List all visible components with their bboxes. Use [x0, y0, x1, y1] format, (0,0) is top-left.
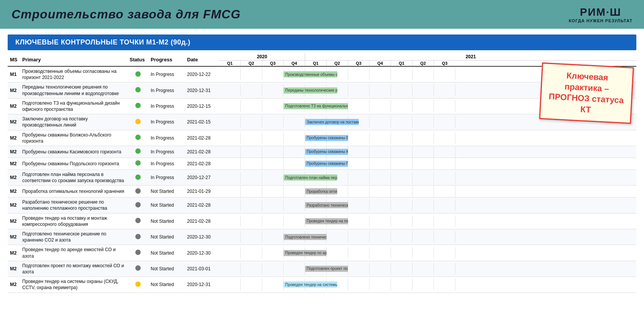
gantt-year-2021: 2021	[305, 53, 636, 60]
cell-ms: M2	[8, 186, 20, 197]
cell-ms: M2	[8, 114, 20, 130]
status-dot	[135, 160, 141, 166]
cell-progress: In Progress	[148, 82, 185, 98]
cell-primary: Подготовлен план найма персонала в соотв…	[20, 169, 127, 185]
gantt-bar: Пробурены скважины Касимовского горизонт…	[305, 149, 348, 155]
section-title: КЛЮЧЕВЫЕ КОНТРОЛЬНЫЕ ТОЧКИ М1-М2 (90д.)	[15, 38, 629, 46]
status-dot	[135, 174, 141, 180]
cell-status	[127, 82, 148, 98]
cell-progress: Not Started	[148, 213, 185, 229]
cell-status	[127, 169, 148, 185]
col-header-ms: MS	[8, 53, 20, 66]
cell-date: 2020-12-27	[185, 169, 219, 185]
cell-ms: M2	[8, 197, 20, 213]
logo-name: РИМ·Ш	[580, 6, 621, 18]
page-wrapper: Строительство завода для FMCG РИМ·Ш КОГД…	[0, 0, 644, 324]
cell-progress: Not Started	[148, 186, 185, 197]
cell-progress: Not Started	[148, 229, 185, 245]
cell-date: 2020-12-31	[185, 277, 219, 293]
gantt-bar: Проведен тендер на поставку и монтаж ком…	[305, 218, 348, 224]
cell-status	[127, 130, 148, 146]
cell-progress: In Progress	[148, 146, 185, 158]
gantt-q3-2020: Q3	[262, 61, 284, 66]
cell-gantt: Пробурены скважины Волжско-Альбского гор…	[219, 130, 636, 146]
cell-date: 2021-02-15	[185, 114, 219, 130]
status-dot	[135, 71, 141, 77]
gantt-bar: Пробурены скважины Подольского горизонта	[305, 161, 348, 167]
cell-status	[127, 245, 148, 261]
col-header-status: Status	[127, 53, 148, 66]
cell-status	[127, 197, 148, 213]
cell-ms: M2	[8, 213, 20, 229]
status-dot	[135, 188, 141, 194]
cell-date: 2021-02-28	[185, 158, 219, 169]
cell-primary: Проработка оптимальных технологий хранен…	[20, 186, 127, 197]
col-header-date: Date	[185, 53, 219, 66]
gantt-q2-2020: Q2	[241, 61, 262, 66]
cell-ms: M2	[8, 82, 20, 98]
cell-primary: Проведен тендер на поставку и монтаж ком…	[20, 213, 127, 229]
cell-date: 2020-12-15	[185, 98, 219, 114]
cell-date: 2021-02-28	[185, 197, 219, 213]
cell-status	[127, 277, 148, 293]
gantt-bar: Проведен тендер по аренде емкостей СО и …	[284, 250, 327, 256]
logo-area: РИМ·Ш КОГДА НУЖЕН РЕЗУЛЬТАТ	[569, 6, 632, 23]
annotation-box: Ключевая практика – ПРОГНОЗ статуса КТ	[539, 62, 634, 124]
gantt-bar: Подготовлено ТЗ на функциональный дизайн…	[284, 103, 348, 109]
cell-gantt: Подготовлен план найма персонала в соотв…	[219, 169, 636, 185]
cell-status	[127, 229, 148, 245]
cell-ms: M2	[8, 130, 20, 146]
gantt-bar: Производственные объемы согласова...	[284, 71, 337, 77]
cell-date: 2020-12-30	[185, 245, 219, 261]
cell-gantt: Проведен тендер на системы охраны (СКУД,…	[219, 277, 636, 293]
cell-date: 2021-02-28	[185, 213, 219, 229]
cell-status	[127, 66, 148, 82]
cell-gantt: Разработано техническое решение по напол…	[219, 197, 636, 213]
status-dot	[135, 135, 141, 140]
cell-progress: In Progress	[148, 114, 185, 130]
cell-status	[127, 114, 148, 130]
cell-ms: M2	[8, 261, 20, 276]
cell-gantt: Проведен тендер на поставку и монтаж ком…	[219, 213, 636, 229]
gantt-bar: Подготовлен план найма персонала в соотв…	[284, 174, 337, 181]
gantt-bar: Подготовлено техническое решение по хран…	[284, 234, 327, 240]
status-dot	[135, 281, 141, 287]
col-header-primary: Primary	[20, 53, 127, 66]
cell-date: 2021-01-29	[185, 186, 219, 197]
gantt-q2-2022: Q2	[412, 61, 434, 66]
cell-progress: In Progress	[148, 158, 185, 169]
gantt-q3-2022: Q3	[434, 61, 455, 66]
cell-ms: M2	[8, 277, 20, 293]
section-header: КЛЮЧЕВЫЕ КОНТРОЛЬНЫЕ ТОЧКИ М1-М2 (90д.)	[8, 35, 636, 50]
cell-date: 2020-12-22	[185, 66, 219, 82]
gantt-q2-2021: Q2	[327, 61, 348, 66]
cell-progress: In Progress	[148, 66, 185, 82]
cell-primary: Подготовлено техническое решение по хран…	[20, 229, 127, 245]
cell-status	[127, 186, 148, 197]
cell-status	[127, 98, 148, 114]
gantt-bar: Переданы технологические решения по ... …	[284, 87, 337, 94]
cell-gantt: Проведен тендер по аренде емкостей СО и …	[219, 245, 636, 261]
cell-date: 2021-02-28	[185, 146, 219, 158]
gantt-q3-2021: Q3	[348, 61, 370, 66]
gantt-bar: Пробурены скважины Волжско-Альбского гор…	[305, 135, 348, 141]
cell-progress: In Progress	[148, 98, 185, 114]
cell-progress: Not Started	[148, 261, 185, 276]
status-dot	[135, 103, 141, 108]
cell-primary: Заключен договор на поставку производств…	[20, 114, 127, 130]
gantt-q1-2022: Q1	[391, 61, 412, 66]
gantt-bar: Подготовлен проект по монтажу емкостей С…	[305, 266, 348, 272]
header: Строительство завода для FMCG РИМ·Ш КОГД…	[0, 0, 644, 29]
cell-date: 2020-12-31	[185, 82, 219, 98]
cell-progress: Not Started	[148, 197, 185, 213]
cell-primary: Проведен тендер на системы охраны (СКУД,…	[20, 277, 127, 293]
cell-ms: M2	[8, 158, 20, 169]
logo-subtitle: КОГДА НУЖЕН РЕЗУЛЬТАТ	[569, 18, 632, 23]
gantt-q1-2021: Q1	[305, 61, 327, 66]
status-dot	[135, 234, 141, 239]
cell-primary: Переданы технологические решения по прои…	[20, 82, 127, 98]
cell-status	[127, 213, 148, 229]
gantt-bar: Разработано техническое решение по напол…	[305, 202, 348, 208]
cell-gantt: Пробурены скважины Касимовского горизонт…	[219, 146, 636, 158]
cell-progress: Not Started	[148, 245, 185, 261]
